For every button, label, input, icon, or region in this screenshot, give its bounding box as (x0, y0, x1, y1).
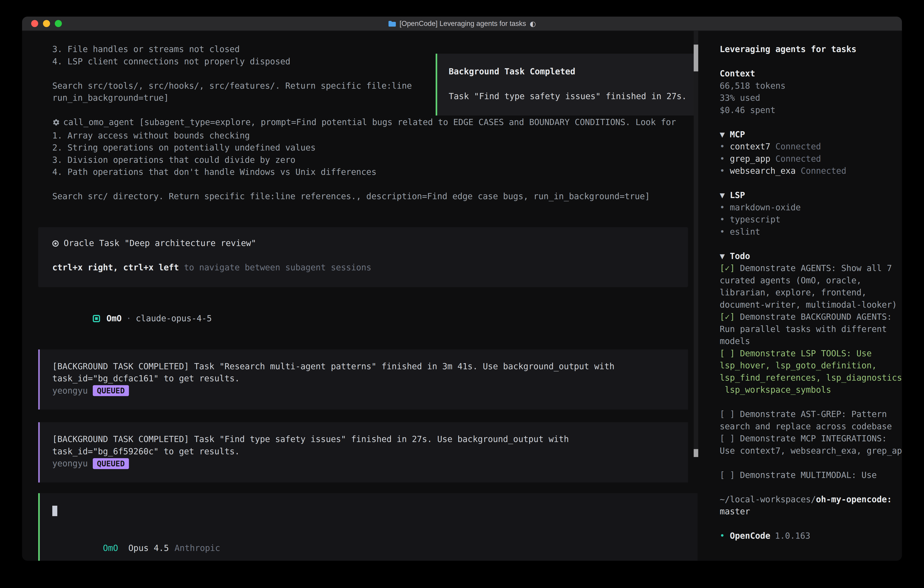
minimize-button[interactable] (43, 20, 50, 27)
traffic-lights (31, 20, 62, 27)
task-footer: yeongyu QUEUED (52, 458, 679, 470)
gear-icon (52, 117, 60, 130)
chevron-down-icon[interactable]: ▼ (719, 251, 724, 261)
todo-item: [ ] Demonstrate MULTIMODAL: Use (719, 469, 902, 481)
bullet-icon: • (719, 154, 724, 164)
todo-line: search and replace across codebase (719, 420, 902, 433)
todo-line: [ ] Demonstrate MCP INTEGRATIONS: (719, 433, 902, 445)
todo-item: [✓] Demonstrate AGENTS: Show all 7 curat… (719, 262, 902, 311)
chevron-down-icon[interactable]: ▼ (719, 130, 724, 139)
background-task-card: [BACKGROUND TASK COMPLETED] Task "Resear… (38, 350, 688, 410)
lsp-item: • markdown-oxide (719, 202, 902, 214)
bullet-icon: • (719, 166, 724, 176)
log-line: 3. Division operations that could divide… (52, 154, 676, 166)
todo-line: [ ] Demonstrate MULTIMODAL: Use (719, 469, 902, 481)
separator-dot: · (126, 314, 131, 323)
blank-line (719, 56, 902, 68)
blank-line (719, 177, 902, 189)
blank-line (719, 396, 902, 408)
zoom-button[interactable] (55, 20, 62, 27)
toast-body: Task "Find type safety issues" finished … (449, 90, 686, 102)
chevron-down-icon[interactable]: ▼ (719, 190, 724, 200)
task-footer: yeongyu QUEUED (52, 385, 679, 397)
checkbox-empty-icon: [ ] (719, 409, 735, 419)
bullet-icon: • (719, 215, 724, 225)
todo-section-header[interactable]: ▼ Todo (719, 250, 902, 263)
todo-line: lsp_hover, lsp_goto_definition, (719, 360, 902, 372)
tool-call-line: call_omo_agent [subagent_type=explore, p… (52, 116, 676, 130)
todo-line: [ ] Demonstrate LSP TOOLS: Use (719, 347, 902, 360)
log-blank-line (52, 178, 676, 190)
lsp-item: • typescript (719, 213, 902, 226)
log-line: 2. String operations on potentially unde… (52, 142, 676, 154)
blank-line (52, 249, 679, 261)
session-sidebar: Leveraging agents for tasks Context 66,5… (710, 31, 902, 560)
agent-model: claude-opus-4-5 (136, 314, 212, 323)
context-heading: Context (719, 68, 902, 80)
session-title: Leveraging agents for tasks (719, 43, 902, 56)
todo-item: [ ] Demonstrate MCP INTEGRATIONS: Use co… (719, 433, 902, 457)
scrollbar-thumb[interactable] (694, 45, 698, 71)
active-agent-label[interactable]: OmO (103, 543, 118, 553)
prompt-input[interactable]: OmOOpus 4.5Anthropic (38, 493, 698, 561)
todo-line: document-writer, multimodal-looker) (719, 299, 902, 311)
background-task-toast[interactable]: Background Task Completed Task "Find typ… (436, 54, 698, 116)
mcp-section-header[interactable]: ▼ MCP (719, 129, 902, 141)
input-cursor-line[interactable] (52, 505, 688, 517)
lsp-section-header[interactable]: ▼ LSP (719, 189, 902, 202)
todo-line: Run parallel tasks with different (719, 323, 902, 335)
todo-line: lsp_find_references, lsp_diagnostics, (719, 372, 902, 384)
bullet-icon: • (719, 531, 724, 541)
app-version: 1.0.163 (775, 531, 810, 541)
todo-line: curated agents (OmO, oracle, (719, 274, 902, 287)
oracle-task-title: Oracle Task "Deep architecture review" (52, 237, 679, 249)
scrollbar-end-block[interactable] (694, 449, 698, 457)
lsp-item: • eslint (719, 226, 902, 238)
agent-header: OmO·claude-opus-4-5 (52, 300, 710, 337)
blank-line (719, 238, 902, 250)
mcp-item: • context7 Connected (719, 140, 902, 153)
window-title: [OpenCode] Leveraging agents for tasks (399, 20, 526, 28)
close-button[interactable] (31, 20, 38, 27)
task-author: yeongyu (52, 458, 88, 470)
folder-icon (388, 20, 396, 27)
main-scrollbar[interactable] (694, 31, 698, 457)
fisheye-icon (52, 240, 59, 247)
log-line: Search src/ directory. Return specific f… (52, 190, 676, 203)
todo-item: [✓] Demonstrate BACKGROUND AGENTS: Run p… (719, 311, 902, 347)
blank-line (719, 518, 902, 530)
task-message-line: [BACKGROUND TASK COMPLETED] Task "Resear… (52, 360, 679, 373)
log-line: 1. Array access without bounds checking (52, 130, 676, 142)
mcp-item: • grep_app Connected (719, 153, 902, 165)
background-task-card: [BACKGROUND TASK COMPLETED] Task "Find t… (38, 422, 688, 482)
provider-label: Anthropic (175, 543, 220, 553)
context-spent: $0.46 spent (719, 104, 902, 116)
log-line: 4. Path operations that don't handle Win… (52, 166, 676, 178)
blank-line (719, 481, 902, 494)
bullet-icon: • (719, 227, 724, 237)
oracle-shortcut-hint: ctrl+x right, ctrl+x left to navigate be… (52, 261, 679, 274)
task-message-line: task_id="bg_6f59260c" to get results. (52, 446, 679, 458)
active-model-label[interactable]: Opus 4.5 (129, 543, 169, 553)
workspace-path: ~/local-workspaces/oh-my-opencode: (719, 494, 902, 506)
blank-line (719, 116, 902, 129)
todo-line: [✓] Demonstrate AGENTS: Show all 7 (719, 262, 902, 274)
agent-icon (93, 315, 100, 322)
window-titlebar[interactable]: [OpenCode] Leveraging agents for tasks ◐ (22, 17, 902, 31)
todo-item-active: [ ] Demonstrate LSP TOOLS: Use lsp_hover… (719, 347, 902, 396)
todo-item: [ ] Demonstrate AST-GREP: Pattern search… (719, 408, 902, 433)
todo-line: librarian, explore, frontend, (719, 286, 902, 299)
status-badge: QUEUED (93, 385, 129, 396)
half-circle-icon: ◐ (530, 20, 536, 28)
conversation-pane: 3. File handles or streams not closed 4.… (22, 31, 710, 560)
app-name: OpenCode (730, 531, 770, 541)
todo-line: [✓] Demonstrate BACKGROUND AGENTS: (719, 311, 902, 323)
text-cursor (52, 506, 57, 516)
todo-line: Use context7, websearch_exa, grep_app (719, 445, 902, 457)
oracle-task-card[interactable]: Oracle Task "Deep architecture review" c… (38, 227, 688, 287)
status-badge: QUEUED (93, 458, 129, 469)
input-meta: OmOOpus 4.5Anthropic (52, 530, 688, 561)
toast-title: Background Task Completed (449, 66, 686, 78)
agent-name: OmO (106, 314, 122, 323)
bullet-icon: • (719, 203, 724, 212)
